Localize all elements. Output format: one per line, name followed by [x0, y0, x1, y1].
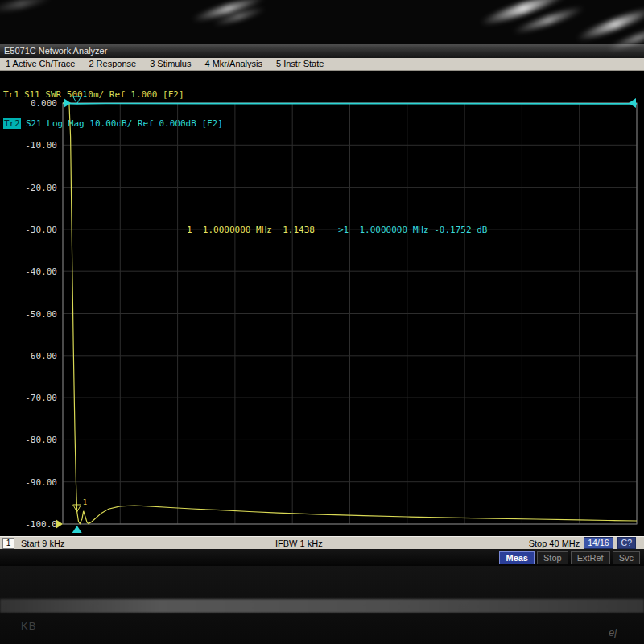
trace2-params: S21 Log Mag 10.00dB/ Ref 0.000dB [F2] [26, 118, 223, 129]
marker1-trace1-number: 1 [83, 498, 87, 506]
photo-text-right: ej [609, 626, 617, 638]
status-bar: 1 Start 9 kHz IFBW 1 kHz Stop 40 MHz 14/… [0, 536, 644, 549]
menu-item-instr-state[interactable]: 5 Instr State [276, 58, 324, 70]
softkey-meas[interactable]: Meas [499, 551, 535, 564]
softkey-extref[interactable]: ExtRef [571, 551, 610, 564]
trace2-info[interactable]: Tr2S21 Log Mag 10.00dB/ Ref 0.000dB [F2] [3, 119, 223, 129]
photo-text-left: KB [21, 620, 36, 632]
y-axis-label: -10.00 [0, 140, 57, 151]
glare-streak [191, 0, 266, 24]
glare-streak [212, 6, 267, 27]
y-axis-label: -80.00 [0, 435, 57, 445]
analyzer-screen: E5071C Network Analyzer 1 Active Ch/Trac… [0, 44, 644, 566]
menu-item-response[interactable]: 2 Response [89, 58, 136, 70]
y-axis-label: -60.00 [0, 351, 57, 361]
menu-bar: 1 Active Ch/Trace 2 Response 3 Stimulus … [0, 58, 644, 71]
marker1-trace1-triangle [73, 505, 81, 512]
y-axis-label: -40.00 [0, 266, 57, 277]
status-right-group: Stop 40 MHz 14/16 C? [529, 537, 636, 549]
channel-indicator: 1 [2, 538, 14, 549]
y-axis-label: -90.00 [0, 477, 57, 488]
trace2-label: Tr2 [3, 118, 21, 129]
window-titlebar: E5071C Network Analyzer [0, 44, 644, 58]
trace2-ref-indicator-right [629, 98, 636, 108]
y-axis-label: -20.00 [0, 183, 57, 193]
stop-frequency: Stop 40 MHz [529, 539, 580, 548]
y-axis-label: -70.00 [0, 393, 57, 403]
y-axis-label: -30.00 [0, 225, 57, 235]
menu-item-active-ch-trace[interactable]: 1 Active Ch/Trace [6, 58, 75, 70]
y-axis-label: 0.000 [0, 98, 57, 109]
glare-streak [478, 0, 569, 28]
menu-item-stimulus[interactable]: 3 Stimulus [150, 58, 191, 70]
glare-streak [0, 0, 53, 14]
bezel-reflection [0, 599, 644, 613]
y-axis-label: -100.0 [0, 519, 57, 530]
window-title: E5071C Network Analyzer [4, 46, 107, 56]
page-indicator: 14/16 [584, 537, 613, 549]
trace-info: Tr1S11 SWR 500.0m/ Ref 1.000 [F2] Tr2S21… [3, 71, 223, 148]
plot-border [63, 103, 637, 524]
trace1-swr-line [63, 103, 637, 524]
marker-stimulus-indicator [72, 526, 82, 533]
ifbw-value: IFBW 1 kHz [275, 539, 323, 548]
softkey-svc[interactable]: Svc [613, 551, 640, 564]
softkey-stop[interactable]: Stop [537, 551, 568, 564]
marker1-trace1-readout: 1 1.0000000 MHz 1.1438 [187, 225, 315, 235]
marker1-trace2-readout: >1 1.0000000 MHz -0.1752 dB [338, 225, 487, 235]
glare-streak [574, 5, 644, 44]
y-axis-label: -50.00 [0, 309, 57, 320]
menu-item-mkr-analysis[interactable]: 4 Mkr/Analysis [204, 58, 262, 70]
glare-streak [511, 4, 586, 36]
softkey-bar: Meas Stop ExtRef Svc [0, 549, 644, 566]
photo-background: E5071C Network Analyzer 1 Active Ch/Trac… [0, 0, 644, 644]
start-frequency: Start 9 kHz [21, 539, 64, 548]
correction-indicator: C? [617, 537, 636, 549]
